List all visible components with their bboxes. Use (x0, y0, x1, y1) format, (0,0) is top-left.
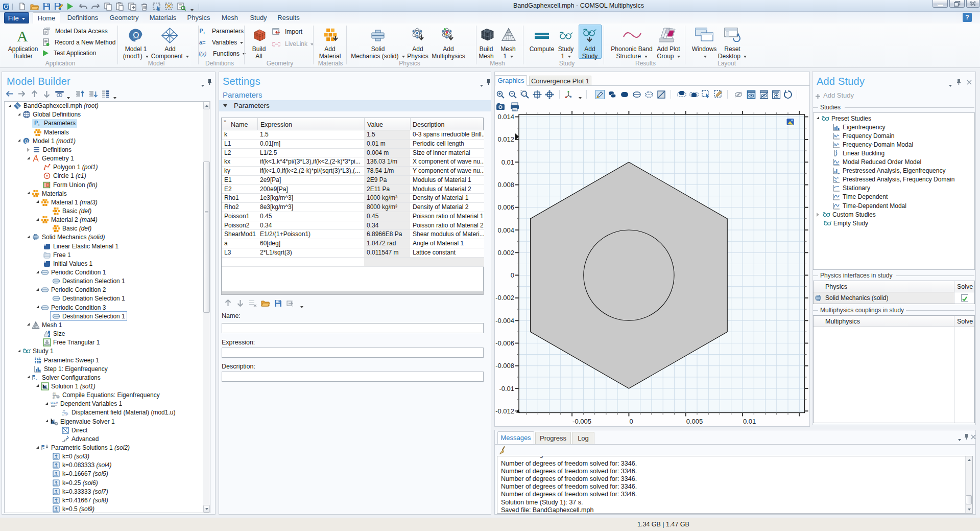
svg-text:0.004: 0.004 (497, 226, 514, 234)
svg-text:0.01: 0.01 (501, 158, 514, 166)
svg-text:-0.002: -0.002 (495, 294, 514, 302)
svg-text:-0.008: -0.008 (495, 362, 514, 370)
svg-text:0: 0 (629, 418, 633, 425)
svg-text:0.008: 0.008 (497, 181, 514, 189)
svg-text:0.01: 0.01 (743, 418, 756, 425)
svg-text:0.006: 0.006 (497, 203, 514, 211)
svg-text:0.002: 0.002 (497, 249, 514, 257)
svg-text:f(x): f(x) (199, 51, 206, 57)
svg-text:-0.006: -0.006 (495, 339, 514, 347)
svg-text:-0.01: -0.01 (499, 385, 514, 393)
svg-text:-0.005: -0.005 (572, 418, 591, 425)
svg-text:0.012: 0.012 (497, 135, 514, 143)
svg-text:-0.012: -0.012 (495, 407, 514, 415)
svg-text:0.005: 0.005 (686, 418, 703, 425)
svg-text:a=: a= (199, 39, 206, 45)
svg-text:Ω: Ω (133, 31, 139, 40)
svg-text:-0.004: -0.004 (495, 317, 514, 325)
svg-text:0: 0 (511, 271, 514, 279)
svg-text:0.014: 0.014 (497, 113, 514, 121)
